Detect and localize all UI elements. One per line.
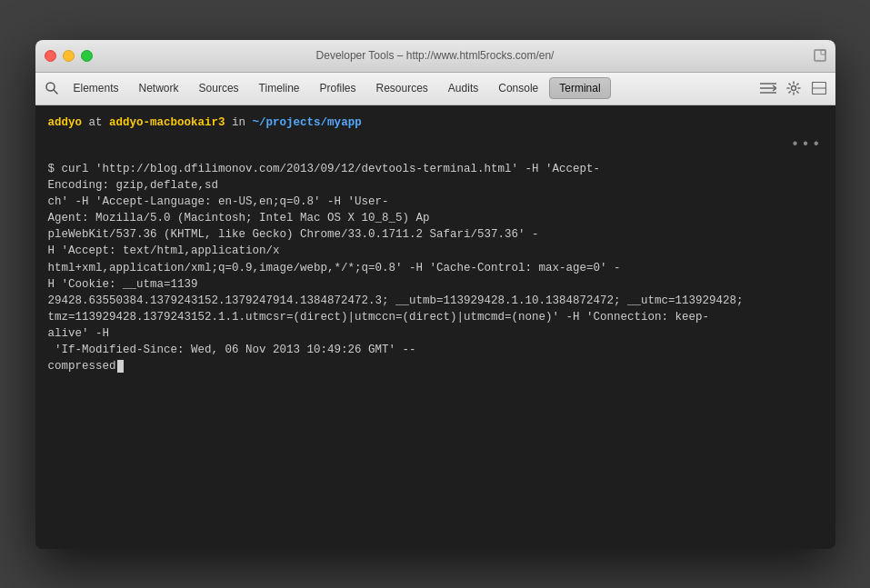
tab-timeline[interactable]: Timeline bbox=[250, 78, 309, 98]
dollar-sign: $ bbox=[48, 163, 62, 175]
maximize-button[interactable] bbox=[81, 50, 93, 62]
tab-resources[interactable]: Resources bbox=[367, 78, 437, 98]
hostname: addyo-macbookair3 bbox=[109, 116, 225, 129]
expand-icon[interactable] bbox=[814, 49, 826, 62]
tab-terminal[interactable]: Terminal bbox=[549, 77, 610, 99]
terminal-area[interactable]: addyo at addyo-macbookair3 in ~/projects… bbox=[35, 105, 835, 549]
traffic-lights bbox=[45, 50, 93, 62]
svg-line-3 bbox=[54, 90, 57, 94]
prompt-line: addyo at addyo-macbookair3 in ~/projects… bbox=[48, 115, 823, 131]
tab-console[interactable]: Console bbox=[489, 78, 547, 98]
username: addyo bbox=[48, 116, 83, 129]
close-button[interactable] bbox=[45, 50, 56, 62]
cursor bbox=[117, 360, 124, 373]
svg-point-7 bbox=[791, 86, 795, 91]
window-title: Developer Tools – http://www.html5rocks.… bbox=[316, 49, 555, 62]
tab-network[interactable]: Network bbox=[130, 78, 188, 98]
command-output: $ curl 'http://blog.dfilimonov.com/2013/… bbox=[48, 161, 823, 375]
current-path: ~/projects/myapp bbox=[253, 116, 362, 129]
tab-elements[interactable]: Elements bbox=[65, 78, 128, 98]
in-text: in bbox=[232, 116, 253, 129]
command-line: curl 'http://blog.dfilimonov.com/2013/09… bbox=[48, 163, 744, 374]
tab-profiles[interactable]: Profiles bbox=[310, 78, 365, 98]
svg-rect-0 bbox=[815, 50, 825, 61]
at-text: at bbox=[89, 116, 110, 129]
toolbar-right bbox=[757, 77, 830, 99]
dock-icon[interactable] bbox=[757, 77, 779, 99]
titlebar: Developer Tools – http://www.html5rocks.… bbox=[35, 40, 835, 73]
settings-icon[interactable] bbox=[783, 77, 805, 99]
devtools-window: Developer Tools – http://www.html5rocks.… bbox=[35, 40, 835, 549]
toolbar: Elements Network Sources Timeline Profil… bbox=[35, 73, 835, 105]
minimize-button[interactable] bbox=[63, 50, 75, 62]
dots: ••• bbox=[791, 135, 823, 155]
dots-row: ••• bbox=[48, 133, 823, 157]
tab-sources[interactable]: Sources bbox=[190, 78, 248, 98]
split-icon[interactable] bbox=[808, 77, 830, 99]
tab-audits[interactable]: Audits bbox=[439, 78, 487, 98]
search-icon[interactable] bbox=[41, 77, 63, 99]
